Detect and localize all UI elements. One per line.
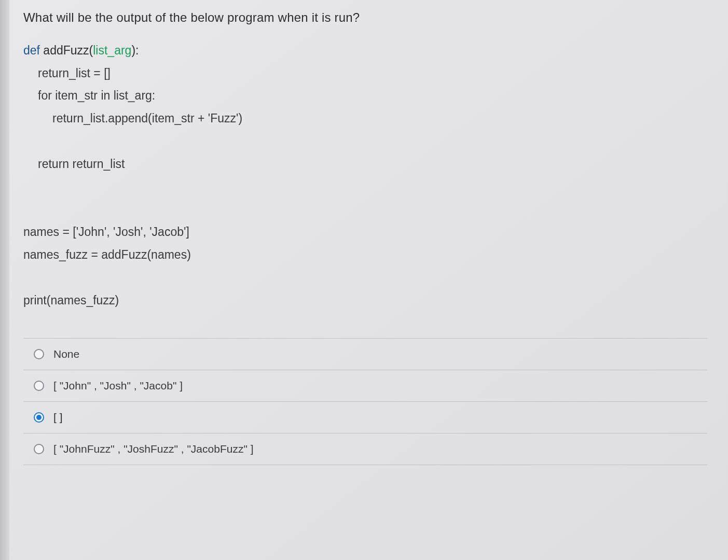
radio-button[interactable] <box>34 444 44 454</box>
option-label: [ "John" , "Josh" , "Jacob" ] <box>53 380 183 392</box>
code-line-1: def addFuzz(list_arg): <box>23 39 707 62</box>
radio-button-selected[interactable] <box>34 412 44 423</box>
option-none[interactable]: None <box>23 338 707 370</box>
radio-button[interactable] <box>34 381 44 391</box>
question-prompt: What will be the output of the below pro… <box>23 10 707 25</box>
parameter: list_arg <box>93 44 131 57</box>
keyword-def: def <box>23 44 40 57</box>
option-original-list[interactable]: [ "John" , "Josh" , "Jacob" ] <box>23 370 707 401</box>
code-line-2: return_list = [] <box>23 62 707 85</box>
option-label: None <box>53 348 79 360</box>
code-block: def addFuzz(list_arg): return_list = [] … <box>23 39 707 312</box>
code-line-4: return_list.append(item_str + 'Fuzz') <box>23 107 707 130</box>
code-line-7: names_fuzz = addFuzz(names) <box>23 244 707 267</box>
quiz-question-container: What will be the output of the below pro… <box>23 10 728 465</box>
option-fuzz-list[interactable]: [ "JohnFuzz" , "JoshFuzz" , "JacobFuzz" … <box>23 433 707 465</box>
option-label: [ "JohnFuzz" , "JoshFuzz" , "JacobFuzz" … <box>53 443 254 455</box>
code-line-5: return return_list <box>23 153 707 176</box>
option-empty-list[interactable]: [ ] <box>23 401 707 433</box>
radio-button[interactable] <box>34 349 44 359</box>
function-name: addFuzz( <box>40 44 93 57</box>
option-label: [ ] <box>53 411 63 424</box>
code-line-6: names = ['John', 'Josh', 'Jacob'] <box>23 221 707 244</box>
code-line-8: print(names_fuzz) <box>23 289 707 312</box>
answer-options: None [ "John" , "Josh" , "Jacob" ] [ ] [… <box>23 338 707 465</box>
code-line-3: for item_str in list_arg: <box>23 85 707 107</box>
close-paren: ): <box>131 44 139 57</box>
